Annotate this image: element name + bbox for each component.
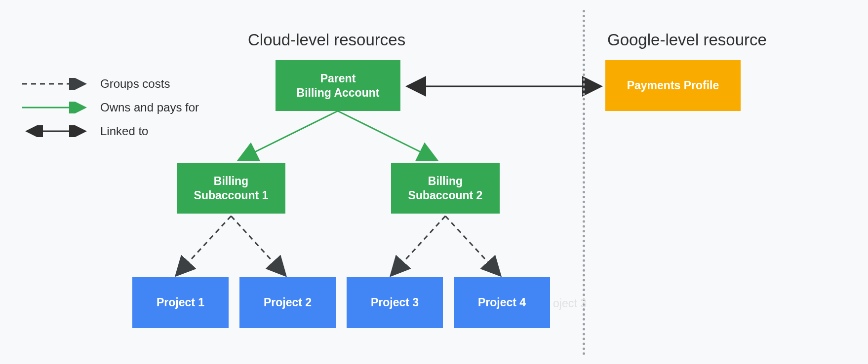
- svg-line-4: [338, 111, 434, 159]
- svg-line-6: [231, 216, 284, 274]
- box-project-2: Project 2: [239, 277, 336, 328]
- svg-line-7: [393, 216, 445, 274]
- box-sub2-line1: Billing: [408, 174, 483, 188]
- legend-row-owns: Owns and pays for: [22, 100, 199, 115]
- box-sub1-line2: Subaccount 1: [194, 188, 269, 203]
- box-project-1: Project 1: [132, 277, 229, 328]
- title-google-level: Google-level resource: [607, 31, 767, 49]
- box-project-3: Project 3: [347, 277, 443, 328]
- legend-line-double-arrow: [22, 125, 91, 137]
- box-project-4-label: Project 4: [478, 295, 526, 310]
- legend-label-groups: Groups costs: [100, 77, 170, 91]
- box-sub2-line2: Subaccount 2: [408, 188, 483, 203]
- svg-line-8: [445, 216, 499, 274]
- box-sub1-line1: Billing: [194, 174, 269, 188]
- legend-label-linked: Linked to: [100, 124, 148, 138]
- svg-line-3: [241, 111, 338, 159]
- box-parent-line1: Parent: [297, 72, 380, 86]
- legend: Groups costs Owns and pays for: [22, 76, 199, 147]
- box-project-4: Project 4: [454, 277, 550, 328]
- title-cloud-level: Cloud-level resources: [248, 31, 405, 49]
- box-payments-profile: Payments Profile: [605, 60, 741, 111]
- box-project-2-label: Project 2: [264, 295, 312, 310]
- box-project-1-label: Project 1: [157, 295, 204, 310]
- svg-line-5: [178, 216, 231, 274]
- legend-label-owns: Owns and pays for: [100, 101, 199, 114]
- box-payments-label: Payments Profile: [627, 78, 719, 93]
- box-parent-billing-account: Parent Billing Account: [276, 60, 400, 111]
- legend-row-linked: Linked to: [22, 124, 199, 139]
- legend-row-groups: Groups costs: [22, 76, 199, 91]
- box-billing-subaccount-2: Billing Subaccount 2: [391, 163, 500, 214]
- box-billing-subaccount-1: Billing Subaccount 1: [177, 163, 285, 214]
- ghost-text: oject 3: [553, 297, 587, 310]
- legend-line-solid-green: [22, 102, 91, 113]
- box-parent-line2: Billing Account: [297, 86, 380, 100]
- legend-line-dashed: [22, 78, 91, 90]
- box-project-3-label: Project 3: [371, 295, 419, 310]
- diagram-canvas: Cloud-level resources Google-level resou…: [0, 0, 868, 364]
